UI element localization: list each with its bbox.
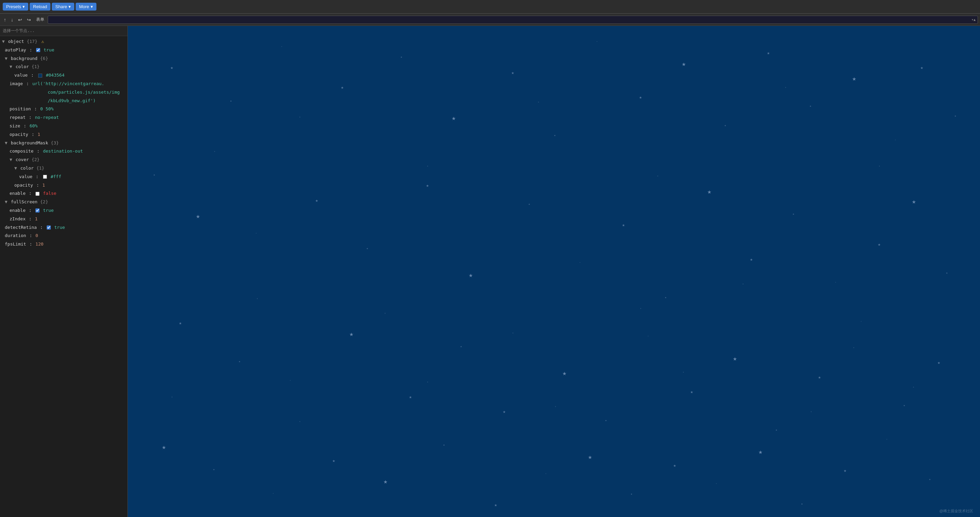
tree-item-cover-opacity: opacity : 1 bbox=[0, 181, 127, 190]
star: ★ bbox=[724, 124, 726, 127]
tree-item-image-cont1: com/particles.js/assets/img bbox=[0, 88, 127, 97]
tree-item-background[interactable]: ▼ background {6} bbox=[0, 54, 127, 63]
key-detectretina: detectRetina bbox=[5, 225, 37, 230]
tree-item-cover-value: value : #fff bbox=[0, 173, 127, 181]
value-bg-color: #043564 bbox=[46, 73, 64, 78]
star: ★ bbox=[460, 345, 462, 348]
value-fs-enable: true bbox=[43, 208, 54, 213]
star: ★ bbox=[912, 198, 916, 205]
value-autoplay: true bbox=[44, 48, 54, 52]
key-fs-enable: enable bbox=[10, 208, 25, 213]
value-detectretina: true bbox=[54, 225, 65, 230]
node-selector-text: 选择一个节点... bbox=[3, 28, 35, 33]
cover-toggle[interactable]: ▼ bbox=[10, 157, 12, 162]
more-label: More bbox=[79, 4, 89, 9]
key-cover: cover bbox=[16, 157, 29, 162]
checkbox-bgmask-enable[interactable] bbox=[35, 192, 40, 196]
star: ★ bbox=[682, 60, 686, 67]
star: ★ bbox=[315, 198, 318, 203]
star: ★ bbox=[528, 203, 530, 206]
share-label: Share bbox=[55, 4, 67, 9]
tree-item-composite: composite : destination-out bbox=[0, 147, 127, 155]
tree-root[interactable]: ▼ object {17} ⚠ bbox=[0, 38, 127, 46]
key-bg-value: value bbox=[14, 73, 28, 78]
star: ★ bbox=[469, 271, 473, 278]
star: ★ bbox=[631, 492, 632, 496]
star-dot: · bbox=[511, 330, 514, 336]
tree-item-cover-color[interactable]: ▼ color {1} bbox=[0, 164, 127, 173]
star: ★ bbox=[580, 262, 581, 263]
star: ★ bbox=[162, 443, 166, 450]
tree-item-backgroundmask[interactable]: ▼ backgroundMask {3} bbox=[0, 139, 127, 147]
checkbox-autoplay[interactable] bbox=[36, 48, 40, 52]
key-cover-opacity: opacity bbox=[14, 182, 33, 188]
star: ★ bbox=[716, 483, 717, 484]
value-image-cont1: com/particles.js/assets/img bbox=[48, 90, 119, 95]
star: ★ bbox=[750, 257, 753, 262]
more-button[interactable]: More ▾ bbox=[76, 3, 96, 11]
reload-label: Reload bbox=[33, 4, 47, 9]
star-dot: · bbox=[852, 345, 856, 350]
star: ★ bbox=[588, 453, 592, 460]
reload-button[interactable]: Reload bbox=[30, 3, 51, 11]
star: ★ bbox=[707, 188, 711, 195]
value-zindex: 1 bbox=[35, 216, 38, 221]
checkbox-detectretina[interactable] bbox=[47, 225, 51, 230]
star: ★ bbox=[937, 360, 940, 365]
star: ★ bbox=[622, 222, 625, 227]
redo-button[interactable]: ↪ bbox=[25, 16, 33, 24]
star: ★ bbox=[852, 75, 856, 82]
share-button[interactable]: Share ▾ bbox=[52, 3, 74, 11]
star-dot: · bbox=[656, 173, 660, 179]
color-toggle[interactable]: ▼ bbox=[10, 64, 12, 69]
search-input[interactable] bbox=[50, 17, 972, 22]
key-zindex: zIndex bbox=[10, 216, 25, 221]
tree-area: ▼ object {17} ⚠ autoPlay : true ▼ backgr… bbox=[0, 36, 127, 517]
star: ★ bbox=[929, 478, 931, 481]
key-color: color bbox=[16, 64, 29, 69]
checkbox-fs-enable[interactable] bbox=[35, 208, 40, 213]
star-dot: · bbox=[784, 85, 788, 90]
main-content: 选择一个节点... ▼ object {17} ⚠ autoPlay : tru… bbox=[0, 26, 980, 517]
bgmask-toggle[interactable]: ▼ bbox=[5, 140, 8, 146]
root-count: {17} bbox=[27, 39, 37, 44]
star: ★ bbox=[597, 41, 598, 42]
tree-item-fullscreen[interactable]: ▼ fullScreen {2} bbox=[0, 198, 127, 206]
search-collapse-icon[interactable]: ▲ bbox=[974, 18, 975, 21]
tree-item-duration: duration : 0 bbox=[0, 232, 127, 240]
watermark: @稀土掘金技术社区 bbox=[939, 509, 973, 514]
key-autoplay: autoPlay bbox=[5, 48, 26, 52]
root-toggle[interactable]: ▼ bbox=[2, 39, 5, 44]
table-view-button[interactable]: 表单 bbox=[34, 16, 46, 24]
move-down-button[interactable]: ↓ bbox=[9, 16, 15, 24]
color-swatch-white[interactable] bbox=[43, 175, 47, 179]
background-toggle[interactable]: ▼ bbox=[5, 56, 8, 61]
value-bg-opacity: 1 bbox=[38, 132, 40, 137]
key-fpslimit: fpsLimit bbox=[5, 241, 26, 247]
down-icon: ↓ bbox=[11, 17, 13, 22]
tree-item-color[interactable]: ▼ color {1} bbox=[0, 63, 127, 71]
star-dot: · bbox=[810, 409, 813, 414]
undo-button[interactable]: ↩ bbox=[16, 16, 24, 24]
cover-color-toggle[interactable]: ▼ bbox=[14, 165, 17, 171]
color-count: {1} bbox=[32, 64, 40, 69]
undo-icon: ↩ bbox=[18, 17, 22, 22]
star: ★ bbox=[861, 320, 862, 322]
star-dot: · bbox=[426, 379, 430, 385]
value-repeat: no-repeat bbox=[35, 115, 59, 120]
tree-item-position: position : 0 50% bbox=[0, 105, 127, 113]
share-arrow: ▾ bbox=[68, 4, 71, 9]
value-fpslimit: 120 bbox=[35, 241, 43, 247]
tree-item-detectretina: detectRetina : true bbox=[0, 224, 127, 232]
presets-button[interactable]: Presets ▾ bbox=[3, 3, 28, 11]
key-fullscreen: fullScreen bbox=[11, 199, 38, 205]
tree-item-cover[interactable]: ▼ cover {2} bbox=[0, 155, 127, 164]
move-up-button[interactable]: ↑ bbox=[2, 16, 8, 24]
color-swatch-dark[interactable] bbox=[38, 74, 42, 78]
star: ★ bbox=[179, 320, 181, 325]
cover-color-count: {1} bbox=[37, 165, 44, 171]
tree-item-fpslimit: fpsLimit : 120 bbox=[0, 240, 127, 249]
fullscreen-toggle[interactable]: ▼ bbox=[5, 199, 8, 205]
left-panel: 选择一个节点... ▼ object {17} ⚠ autoPlay : tru… bbox=[0, 26, 128, 517]
background-count: {6} bbox=[40, 56, 48, 61]
